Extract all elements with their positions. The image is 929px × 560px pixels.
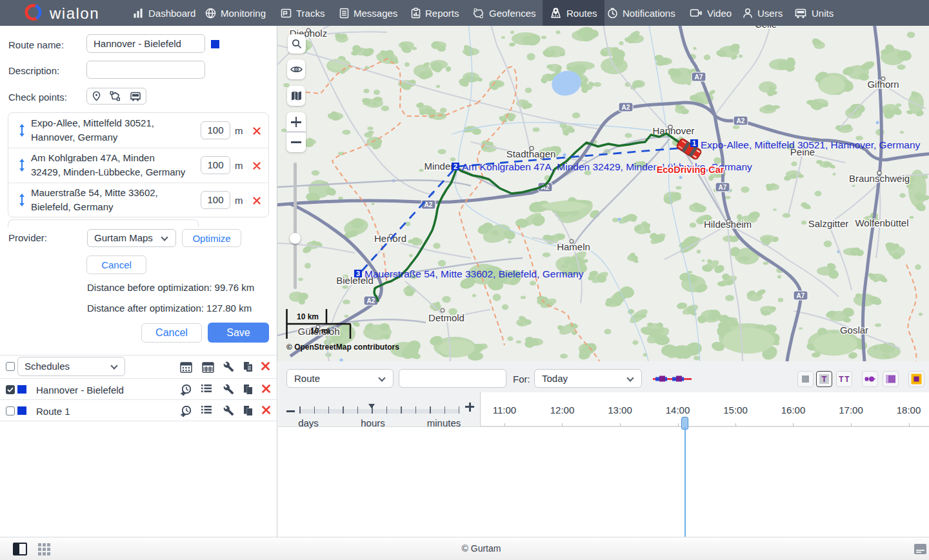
svg-text:Salzgitter: Salzgitter [808, 218, 849, 229]
svg-text:A2: A2 [622, 104, 630, 111]
svg-text:Minden: Minden [424, 161, 455, 172]
svg-text:Goslar: Goslar [840, 325, 868, 335]
svg-text:Hameln: Hameln [557, 241, 590, 252]
svg-text:Detmold: Detmold [428, 312, 464, 323]
svg-text:A2: A2 [425, 201, 433, 208]
svg-text:T: T [844, 375, 850, 384]
svg-text:10 mi: 10 mi [310, 326, 330, 335]
svg-text:1: 1 [692, 139, 696, 147]
svg-text:A2: A2 [737, 117, 745, 125]
svg-text:EcoDriving Car: EcoDriving Car [657, 165, 724, 175]
svg-text:2: 2 [454, 163, 457, 170]
svg-text:Expo-Allee, Mittelfeld 30521,: Expo-Allee, Mittelfeld 30521, Hannover, … [701, 139, 921, 150]
svg-text:3: 3 [356, 270, 360, 277]
svg-text:A7: A7 [695, 74, 703, 81]
svg-text:T: T [822, 374, 827, 384]
svg-text:A7: A7 [797, 292, 805, 299]
svg-text:© OpenStreetMap contributors: © OpenStreetMap contributors [286, 343, 399, 352]
svg-text:A7: A7 [719, 184, 727, 191]
svg-text:T: T [839, 375, 844, 384]
svg-text:Hannover: Hannover [652, 125, 694, 136]
svg-text:A2: A2 [367, 297, 375, 305]
svg-text:Celle: Celle [755, 26, 777, 30]
svg-text:Mauerstraße 54, Mitte 33602, B: Mauerstraße 54, Mitte 33602, Bielefeld, … [365, 268, 584, 279]
svg-text:Wolfenbüttel: Wolfenbüttel [855, 217, 908, 228]
svg-text:10 km: 10 km [297, 312, 319, 321]
